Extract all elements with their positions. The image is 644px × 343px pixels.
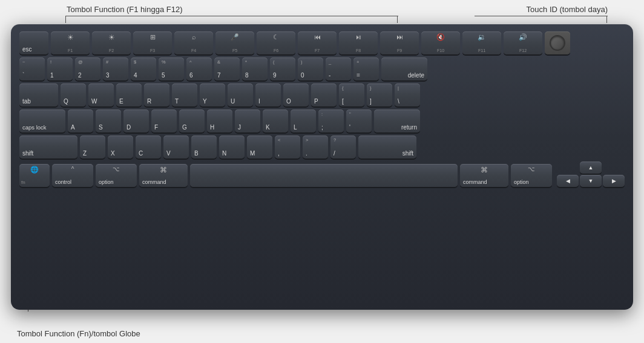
key-6[interactable]: ^ 6 xyxy=(186,57,212,80)
key-1[interactable]: ! 1 xyxy=(47,57,73,80)
key-command-right-label: command xyxy=(463,179,487,185)
key-q[interactable]: Q xyxy=(61,83,86,106)
key-9[interactable]: ( 9 xyxy=(270,57,295,80)
key-l[interactable]: L xyxy=(291,109,316,132)
key-6-bot: 6 xyxy=(189,72,193,79)
key-m[interactable]: M xyxy=(247,136,272,158)
key-j[interactable]: J xyxy=(235,109,260,132)
key-space[interactable] xyxy=(190,164,458,187)
key-f3[interactable]: ⊞ F3 xyxy=(133,31,172,54)
key-w[interactable]: W xyxy=(88,83,114,106)
key-arrow-up[interactable]: ▲ xyxy=(580,162,602,174)
key-r[interactable]: R xyxy=(144,83,169,106)
key-period-bot: . xyxy=(306,150,307,157)
key-return[interactable]: return xyxy=(374,109,420,132)
key-option-right[interactable]: ⌥ option xyxy=(511,164,552,187)
key-tab[interactable]: tab xyxy=(19,83,58,106)
key-bracket-left[interactable]: { [ xyxy=(339,83,364,106)
key-t[interactable]: T xyxy=(172,83,197,106)
key-f2[interactable]: ☀ F2 xyxy=(92,31,131,54)
key-f2-label: F2 xyxy=(109,48,114,53)
key-minus[interactable]: _ - xyxy=(326,57,351,80)
key-z[interactable]: Z xyxy=(80,136,105,158)
key-f4[interactable]: ⌕ F4 xyxy=(174,31,213,54)
key-c[interactable]: C xyxy=(136,136,161,158)
key-fn-globe[interactable]: 🌐 fn xyxy=(19,164,50,187)
key-p-label: P xyxy=(314,98,318,105)
key-k[interactable]: K xyxy=(263,109,288,132)
key-p[interactable]: P xyxy=(311,83,337,106)
key-g[interactable]: G xyxy=(179,109,205,132)
key-equal[interactable]: + = xyxy=(353,57,379,80)
key-d[interactable]: D xyxy=(123,109,149,132)
key-semicolon[interactable]: : ; xyxy=(318,109,344,132)
key-f1[interactable]: ☀ F1 xyxy=(51,31,90,54)
key-arrow-left[interactable]: ◀ xyxy=(557,175,579,187)
key-f6[interactable]: ☾ F6 xyxy=(257,31,295,54)
key-shift-left[interactable]: shift xyxy=(19,136,77,158)
key-f[interactable]: F xyxy=(151,109,177,132)
key-fn-label: fn xyxy=(21,180,25,185)
key-command-right[interactable]: ⌘ command xyxy=(460,164,508,187)
key-bracket-right-top: } xyxy=(370,85,372,91)
key-f11[interactable]: 🔉 F11 xyxy=(462,31,501,54)
key-3[interactable]: # 3 xyxy=(103,57,128,80)
key-e[interactable]: E xyxy=(116,83,142,106)
key-quote[interactable]: " ' xyxy=(346,109,372,132)
key-2[interactable]: @ 2 xyxy=(75,57,100,80)
key-period[interactable]: > . xyxy=(303,136,328,158)
key-esc[interactable]: esc xyxy=(19,31,48,54)
key-arrow-right[interactable]: ▶ xyxy=(603,175,625,187)
key-y[interactable]: Y xyxy=(200,83,225,106)
key-shift-right[interactable]: shift xyxy=(358,136,416,158)
bracket-fn-mid xyxy=(326,16,398,16)
key-control[interactable]: ^ control xyxy=(52,164,93,187)
key-f8[interactable]: ⏯ F8 xyxy=(339,31,378,54)
key-b[interactable]: B xyxy=(191,136,217,158)
arrow-down-icon: ▼ xyxy=(588,178,594,184)
key-f9[interactable]: ⏭ F9 xyxy=(380,31,419,54)
key-o[interactable]: O xyxy=(283,83,309,106)
key-v[interactable]: V xyxy=(163,136,189,158)
key-b-label: B xyxy=(194,150,199,157)
key-i[interactable]: I xyxy=(255,83,281,106)
key-x[interactable]: X xyxy=(108,136,133,158)
key-h[interactable]: H xyxy=(207,109,232,132)
key-d-label: D xyxy=(126,124,131,131)
key-delete[interactable]: delete xyxy=(381,57,427,80)
key-a[interactable]: A xyxy=(68,109,93,132)
key-1-bot: 1 xyxy=(50,72,54,79)
key-f4-icon: ⌕ xyxy=(174,33,213,41)
key-0[interactable]: ) 0 xyxy=(298,57,323,80)
key-7-top: & xyxy=(217,59,220,65)
key-slash[interactable]: ? / xyxy=(330,136,356,158)
key-f10[interactable]: 🔇 F10 xyxy=(421,31,460,54)
key-w-label: W xyxy=(91,98,97,105)
touch-id-button[interactable] xyxy=(545,31,570,54)
key-comma[interactable]: < , xyxy=(275,136,300,158)
key-s[interactable]: S xyxy=(96,109,121,132)
key-esc-label: esc xyxy=(22,46,32,53)
label-function-keys: Tombol Function (F1 hingga F12) xyxy=(67,5,182,14)
key-n[interactable]: N xyxy=(219,136,245,158)
key-o-label: O xyxy=(286,98,291,105)
key-2-bot: 2 xyxy=(78,72,82,79)
key-bracket-right[interactable]: } ] xyxy=(367,83,392,106)
key-5[interactable]: % 5 xyxy=(159,57,184,80)
key-u[interactable]: U xyxy=(228,83,253,106)
key-f7[interactable]: ⏮ F7 xyxy=(298,31,337,54)
key-capslock[interactable]: caps lock xyxy=(19,109,65,132)
key-f2-icon: ☀ xyxy=(92,33,131,42)
key-command-left[interactable]: ⌘ command xyxy=(139,164,188,187)
key-4[interactable]: $ 4 xyxy=(131,57,156,80)
key-f5[interactable]: 🎤 F5 xyxy=(215,31,254,54)
key-f9-label: F9 xyxy=(397,48,402,53)
key-8[interactable]: * 8 xyxy=(242,57,268,80)
key-f12[interactable]: 🔊 F12 xyxy=(504,31,542,54)
key-option-left[interactable]: ⌥ option xyxy=(96,164,137,187)
key-7[interactable]: & 7 xyxy=(214,57,240,80)
key-arrow-down[interactable]: ▼ xyxy=(580,175,602,187)
annotation-area: Tombol Function (F1 hingga F12) Touch ID… xyxy=(0,0,644,343)
key-backslash[interactable]: | \ xyxy=(395,83,420,106)
key-backtick[interactable]: ~ ` xyxy=(19,57,45,80)
